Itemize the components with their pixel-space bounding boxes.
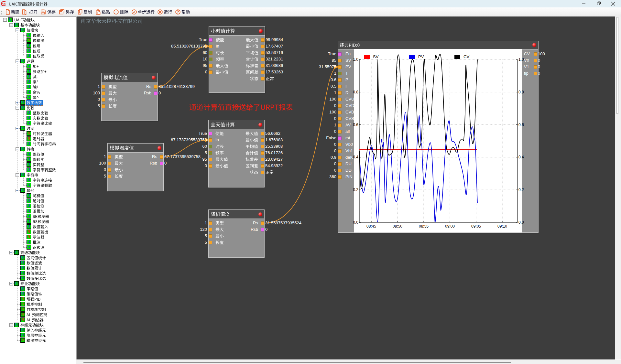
svg-text:AIC: AIC (2, 2, 6, 5)
